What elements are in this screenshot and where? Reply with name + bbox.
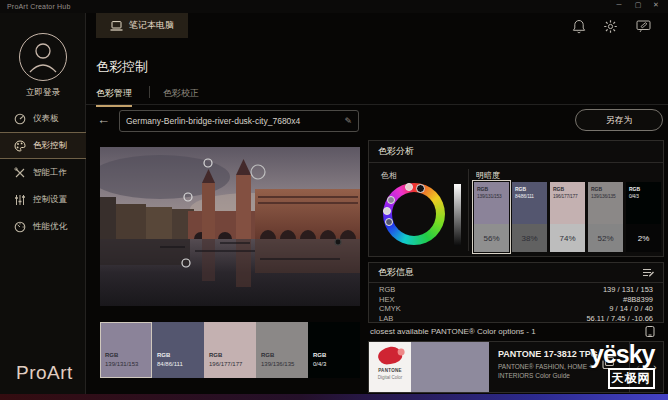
copy-values-icon[interactable] xyxy=(642,267,655,279)
swatch-rgb-label: RGB xyxy=(477,186,506,192)
photo-preview[interactable] xyxy=(100,147,360,306)
sidebar-item-label: 仪表板 xyxy=(33,113,59,125)
hue-marker[interactable] xyxy=(387,196,395,204)
info-value: 9 / 14 / 0 / 40 xyxy=(609,304,653,314)
feedback-button[interactable] xyxy=(636,19,652,35)
palette-rgb-label: RGB xyxy=(157,352,170,358)
pantone-logo-sub: Digital Color xyxy=(369,375,411,380)
color-analysis-panel: 色彩分析 色相 明暗度 RGB 139/131/153 56% RGB 84/8… xyxy=(368,140,664,257)
sidebar-item-label: 性能优化 xyxy=(33,221,67,233)
brightness-swatch-card[interactable]: RGB 139/131/153 56% xyxy=(474,182,509,252)
swatch-rgb-label: RGB xyxy=(629,186,658,192)
brightness-swatch-card[interactable]: RGB 84/86/111 38% xyxy=(512,182,547,252)
hue-marker[interactable] xyxy=(383,207,391,215)
swatch-rgb-value: 139/136/135 xyxy=(591,194,620,199)
save-as-button[interactable]: 另存为 xyxy=(575,109,663,131)
swatch-rgb-label: RGB xyxy=(515,186,544,192)
pantone-pagination: ‹ › xyxy=(629,342,663,392)
swatch-brightness-area: 38% xyxy=(512,224,547,252)
hue-wheel[interactable] xyxy=(383,183,445,245)
back-button[interactable]: ← xyxy=(97,112,110,127)
brightness-swatch-card[interactable]: RGB 196/177/177 74% xyxy=(550,182,585,252)
brightness-swatch-card[interactable]: RGB 0/4/3 2% xyxy=(626,182,661,252)
tab-color-calibration[interactable]: 色彩校正 xyxy=(163,87,199,100)
title-bar: ProArt Creator Hub ─ ▢ ✕ xyxy=(0,0,668,13)
palette-rgb-value: 84/86/111 xyxy=(157,361,183,367)
message-edit-icon xyxy=(636,19,651,33)
pantone-guide-line2: INTERIORS Color Guide xyxy=(498,372,570,379)
minimize-button[interactable]: ─ xyxy=(610,1,628,8)
export-icon[interactable] xyxy=(644,325,656,338)
info-label: RGB xyxy=(379,285,395,295)
settings-button[interactable] xyxy=(603,19,619,35)
copy-icon[interactable] xyxy=(601,356,615,370)
sidebar-item-dashboard[interactable]: 仪表板 xyxy=(0,105,86,132)
next-page-button[interactable]: › xyxy=(653,361,657,373)
palette-swatch[interactable]: RGB 84/86/111 xyxy=(152,322,204,378)
pantone-logo: PANTONE Digital Color xyxy=(369,342,411,392)
sidebar-item-control-settings[interactable]: 控制设置 xyxy=(0,186,86,213)
sidebar-item-label: 控制设置 xyxy=(33,194,67,206)
info-row-hex: HEX #8B8399 xyxy=(379,295,653,305)
hue-marker[interactable] xyxy=(385,218,393,226)
pantone-splash-icon xyxy=(377,345,403,365)
person-icon xyxy=(20,34,66,80)
prev-page-button[interactable]: ‹ xyxy=(636,361,640,373)
pantone-card[interactable]: PANTONE Digital Color PANTONE 17-3812 TP… xyxy=(368,341,664,393)
color-analysis-title: 色彩分析 xyxy=(369,141,663,163)
filename-field[interactable]: Germany-Berlin-bridge-river-dusk-city_76… xyxy=(119,110,359,132)
proart-logo: ProArt xyxy=(16,362,73,384)
sidebar-item-color-control[interactable]: 色彩控制 xyxy=(0,132,86,159)
swatch-color-area: RGB 196/177/177 xyxy=(550,182,585,224)
hue-marker[interactable] xyxy=(416,184,425,193)
palette-row: RGB 139/131/153 RGB 84/86/111 RGB 196/17… xyxy=(100,322,360,378)
bridge-photo xyxy=(100,147,360,306)
brightness-swatch-card[interactable]: RGB 139/136/135 52% xyxy=(588,182,623,252)
swatch-percent: 74% xyxy=(559,234,575,243)
sidebar-nav: 仪表板 色彩控制 智能工作 xyxy=(0,105,86,240)
notifications-button[interactable] xyxy=(572,19,588,35)
sidebar-item-performance[interactable]: 性能优化 xyxy=(0,213,86,240)
sign-in-link[interactable]: 立即登录 xyxy=(0,87,86,99)
swatch-color-area: RGB 139/131/153 xyxy=(474,182,509,224)
avatar[interactable] xyxy=(19,33,67,81)
swatch-rgb-value: 84/86/111 xyxy=(515,194,544,199)
swatch-rgb-label: RGB xyxy=(591,186,620,192)
edit-icon[interactable]: ✎ xyxy=(344,116,352,126)
swatch-percent: 56% xyxy=(483,234,499,243)
tab-laptop[interactable]: 笔记本电脑 xyxy=(96,13,188,38)
hue-marker[interactable] xyxy=(405,183,413,191)
swatch-brightness-area: 2% xyxy=(626,224,661,252)
pantone-header: closest available PANTONE® Color options… xyxy=(370,327,536,336)
info-value: #8B8399 xyxy=(623,295,653,305)
maximize-button[interactable]: ▢ xyxy=(629,1,647,9)
palette-swatch[interactable]: RGB 0/4/3 xyxy=(308,322,360,378)
palette-swatch[interactable]: RGB 196/177/177 xyxy=(204,322,256,378)
info-value: 56.11 / 7.45 / -10.66 xyxy=(586,314,653,324)
swatch-brightness-area: 56% xyxy=(474,224,509,252)
pantone-guide: PANTONE® FASHION, HOME + INTERIORS Color… xyxy=(498,363,603,380)
palette-rgb-value: 139/136/135 xyxy=(261,361,294,367)
pantone-details: PANTONE 17-3812 TPG PANTONE® FASHION, HO… xyxy=(489,342,629,392)
sidebar-item-smart-work[interactable]: 智能工作 xyxy=(0,159,86,186)
swatch-rgb-value: 0/4/3 xyxy=(629,194,658,199)
swatch-percent: 52% xyxy=(597,234,613,243)
close-button[interactable]: ✕ xyxy=(647,1,665,9)
swatch-rgb-value: 196/177/177 xyxy=(553,194,582,199)
value-slider[interactable] xyxy=(454,184,461,246)
swatch-brightness-area: 52% xyxy=(588,224,623,252)
palette-rgb-value: 0/4/3 xyxy=(313,361,326,367)
speedometer-icon xyxy=(14,221,26,233)
tab-divider xyxy=(149,86,150,98)
bottom-accent-strip xyxy=(0,394,668,400)
palette-swatch[interactable]: RGB 139/136/135 xyxy=(256,322,308,378)
palette-rgb-label: RGB xyxy=(313,352,326,358)
color-info-rows: RGB 139 / 131 / 153 HEX #8B8399 CMYK 9 /… xyxy=(369,285,663,323)
info-row-lab: LAB 56.11 / 7.45 / -10.66 xyxy=(379,314,653,324)
pantone-swatch xyxy=(411,342,489,392)
palette-swatch[interactable]: RGB 139/131/153 xyxy=(100,322,152,378)
swatch-color-area: RGB 84/86/111 xyxy=(512,182,547,224)
color-info-title: 色彩信息 xyxy=(369,263,663,283)
brightness-cards: RGB 139/131/153 56% RGB 84/86/111 38% RG… xyxy=(474,182,661,252)
proart-creator-hub-window: ProArt Creator Hub ─ ▢ ✕ 立即登录 仪表板 xyxy=(0,0,668,400)
